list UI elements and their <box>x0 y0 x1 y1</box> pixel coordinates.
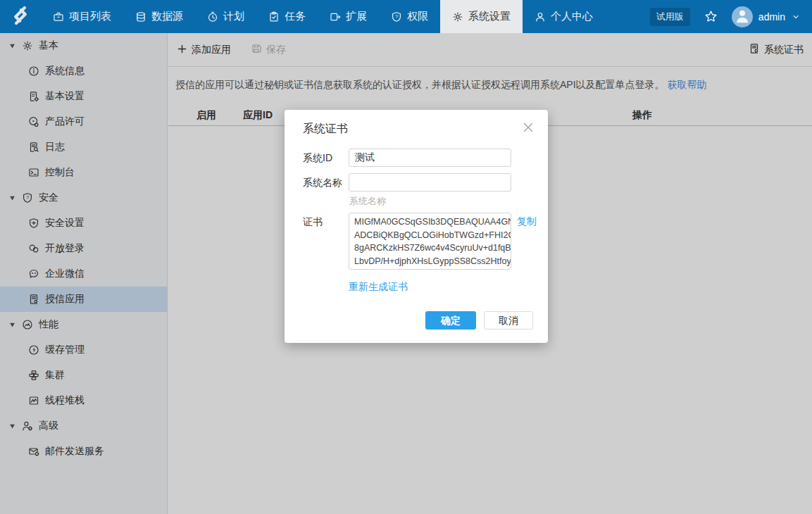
gear-icon <box>452 11 463 23</box>
certificate-label: 证书 <box>303 213 323 231</box>
certificate-textarea[interactable]: MIGfMA0GCSqGSIb3DQEBAQUAA4GN ADCBiQKBgQC… <box>349 213 511 270</box>
nav-item-label: 任务 <box>285 10 306 23</box>
avatar-person-icon <box>735 8 750 25</box>
system-id-input[interactable] <box>349 149 511 167</box>
shield-icon: ? <box>391 11 402 23</box>
trial-badge: 试用版 <box>650 8 690 26</box>
nav-item-label: 数据源 <box>151 10 183 23</box>
system-name-input[interactable] <box>349 173 511 192</box>
certificate-line: 8gARCKzkHS7Z6wc4v4ScyruUv+d1fqB <box>354 242 506 255</box>
nav-item-profile[interactable]: 个人中心 <box>523 0 605 33</box>
nav-item-tasks[interactable]: 任务 <box>256 0 318 33</box>
user-menu[interactable]: admin <box>732 6 801 27</box>
extension-icon <box>330 11 341 23</box>
nav-item-system-settings[interactable]: 系统设置 <box>440 0 523 33</box>
clock-icon <box>207 11 218 23</box>
avatar <box>732 6 753 27</box>
system-name-label: 系统名称 <box>303 173 342 192</box>
nav-item-label: 系统设置 <box>468 10 511 23</box>
nav-item-label: 计划 <box>223 10 244 23</box>
nav-item-schedule[interactable]: 计划 <box>195 0 256 33</box>
nav-item-datasource[interactable]: 数据源 <box>123 0 195 33</box>
nav-item-projects[interactable]: 项目列表 <box>41 0 123 33</box>
app-logo[interactable] <box>0 4 41 30</box>
nav-item-label: 扩展 <box>346 10 367 23</box>
nav-item-label: 个人中心 <box>551 10 593 23</box>
system-id-label: 系统ID <box>303 149 332 167</box>
database-icon <box>135 11 146 23</box>
copy-cert-link[interactable]: 复制 <box>517 215 537 228</box>
certificate-line: MIGfMA0GCSqGSIb3DQEBAQUAA4GN <box>354 215 506 229</box>
dialog-title: 系统证书 <box>303 122 348 137</box>
navbar-right: 试用版 admin <box>650 6 812 27</box>
username: admin <box>758 11 785 23</box>
nav-item-label: 项目列表 <box>69 10 111 23</box>
certificate-line: LbvDP/H+djphXHsLGyppSS8Css2Htfoy <box>354 255 506 268</box>
system-name-hint: 系统名称 <box>349 195 386 208</box>
logo-icon <box>8 4 32 30</box>
chevron-down-icon <box>791 12 801 22</box>
close-icon[interactable] <box>523 122 534 133</box>
nav-item-extension[interactable]: 扩展 <box>318 0 379 33</box>
nav-item-label: 权限 <box>407 10 428 23</box>
project-list-icon <box>53 11 64 23</box>
certificate-line: ADCBiQKBgQCLOGiHobTWGzd+FHI2C <box>354 229 506 242</box>
svg-text:?: ? <box>395 13 398 20</box>
top-navbar: 项目列表 数据源 计划 任务 扩展 ? 权限 系统设置 个人中心 试用版 adm… <box>0 0 812 33</box>
person-icon <box>535 11 546 23</box>
regenerate-cert-link[interactable]: 重新生成证书 <box>349 281 408 294</box>
clipboard-icon <box>268 11 280 23</box>
cancel-button[interactable]: 取消 <box>484 311 533 330</box>
system-cert-dialog: 系统证书 系统ID 系统名称 系统名称 证书 MIGfMA0GCSqGSIb3D… <box>285 110 548 343</box>
ok-button[interactable]: 确定 <box>425 311 476 330</box>
nav-item-permission[interactable]: ? 权限 <box>379 0 440 33</box>
favorite-star-icon[interactable] <box>704 10 718 23</box>
